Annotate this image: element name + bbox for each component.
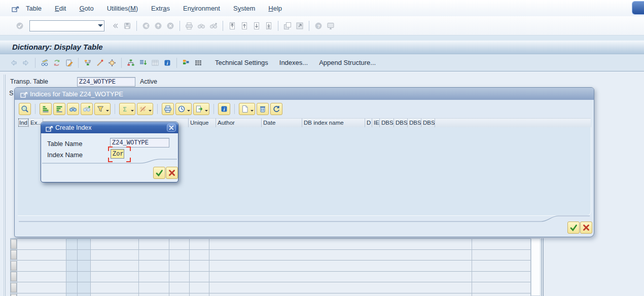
grid-line	[10, 238, 11, 296]
grid-line	[10, 249, 530, 250]
create-index-dialog: Create Index Table Name Z24_WOTYPE Index…	[41, 122, 178, 182]
create-index-title: Create Index	[55, 124, 92, 131]
row-selector[interactable]	[11, 261, 17, 271]
grid-line	[209, 238, 209, 296]
focus-bracket	[126, 158, 131, 162]
column-header-filler	[435, 118, 591, 127]
find2-icon[interactable]	[67, 103, 79, 115]
row-selector[interactable]	[11, 250, 17, 260]
column-header-date[interactable]: Date	[262, 118, 302, 127]
sort-desc-icon[interactable]	[53, 103, 65, 115]
focus-bracket	[126, 146, 131, 151]
index-name-label: Index Name	[47, 151, 83, 159]
grid-highlight-columns	[66, 238, 90, 296]
column-header-ind[interactable]: Ind	[18, 118, 29, 127]
separator	[157, 104, 158, 114]
cancel-x-icon[interactable]	[166, 167, 178, 179]
confirm-check-icon[interactable]	[153, 167, 165, 179]
grid-line	[189, 238, 190, 296]
column-header-db-index-name[interactable]: DB index name	[302, 118, 365, 127]
separator	[234, 104, 235, 114]
refresh2-icon[interactable]	[270, 103, 282, 115]
column-header-ie[interactable]: IE	[372, 118, 380, 127]
grid-line	[543, 238, 544, 296]
percent-icon[interactable]: %	[137, 103, 153, 115]
grid-line	[169, 238, 169, 296]
svg-text:Σ: Σ	[123, 106, 127, 113]
grid-line	[10, 293, 530, 293]
alv-toolbar: Σ%i	[19, 103, 282, 115]
grid-line	[77, 238, 78, 296]
info-icon[interactable]: i	[218, 103, 230, 115]
separator	[213, 104, 214, 114]
find-next2-icon[interactable]	[81, 103, 93, 115]
dialog-icon	[44, 124, 52, 132]
column-header-dbs-1[interactable]: DBS	[380, 118, 394, 127]
table-name-field[interactable]: Z24_WOTYPE	[110, 138, 169, 147]
focus-bracket	[108, 146, 113, 151]
grid-line	[10, 271, 530, 272]
confirm-check-icon[interactable]	[567, 221, 580, 234]
close-icon[interactable]	[166, 122, 177, 133]
row-selector[interactable]	[11, 294, 17, 296]
column-header-d[interactable]: D	[365, 118, 372, 127]
create-index-titlebar[interactable]: Create Index	[41, 122, 178, 133]
create-index-footer	[153, 167, 178, 179]
grid-line	[138, 238, 139, 296]
delete-icon[interactable]	[257, 103, 269, 115]
details-icon[interactable]	[19, 103, 31, 115]
grid-line	[472, 238, 472, 296]
grid-line	[10, 260, 530, 261]
separator	[35, 104, 35, 114]
sort-asc-icon[interactable]	[40, 103, 52, 115]
export-icon[interactable]	[193, 103, 209, 115]
new-page-icon[interactable]	[239, 103, 255, 115]
dialog-icon	[19, 90, 30, 101]
filter-icon[interactable]	[94, 103, 111, 115]
separator	[115, 104, 115, 114]
views-icon[interactable]	[175, 103, 192, 115]
grid-line	[10, 238, 530, 239]
column-header-unique[interactable]: Unique	[189, 118, 216, 127]
svg-text:i: i	[224, 106, 225, 112]
close-button[interactable]	[167, 124, 176, 132]
focus-bracket	[108, 158, 113, 162]
indices-dialog-footer	[567, 221, 592, 234]
table-name-label: Table Name	[47, 140, 82, 147]
grid-line	[542, 238, 542, 296]
grid-line	[66, 238, 66, 296]
row-selector[interactable]	[11, 239, 17, 249]
indices-dialog-titlebar[interactable]: Indices for Table Z24_WOTYPE	[15, 88, 594, 100]
grid-line	[90, 238, 91, 296]
dialog-icon	[44, 124, 55, 135]
column-header-author[interactable]: Author	[216, 118, 262, 127]
row-selector[interactable]	[11, 283, 17, 292]
column-header-dbs-4[interactable]: DBS	[421, 118, 435, 127]
column-header-dbs-2[interactable]: DBS	[394, 118, 408, 127]
sum-icon[interactable]: Σ	[119, 103, 135, 115]
cancel-x-icon[interactable]	[580, 221, 592, 234]
vertical-scrollbar[interactable]	[531, 238, 541, 296]
grid-line	[17, 238, 17, 296]
dialog-icon	[19, 90, 27, 98]
column-header-dbs-3[interactable]: DBS	[408, 118, 421, 127]
grid-line	[10, 282, 530, 282]
row-selector[interactable]	[11, 272, 17, 281]
indices-dialog-title: Indices for Table Z24_WOTYPE	[30, 90, 123, 98]
print2-icon[interactable]	[162, 103, 174, 115]
index-name-field[interactable]: Zor	[111, 149, 124, 159]
